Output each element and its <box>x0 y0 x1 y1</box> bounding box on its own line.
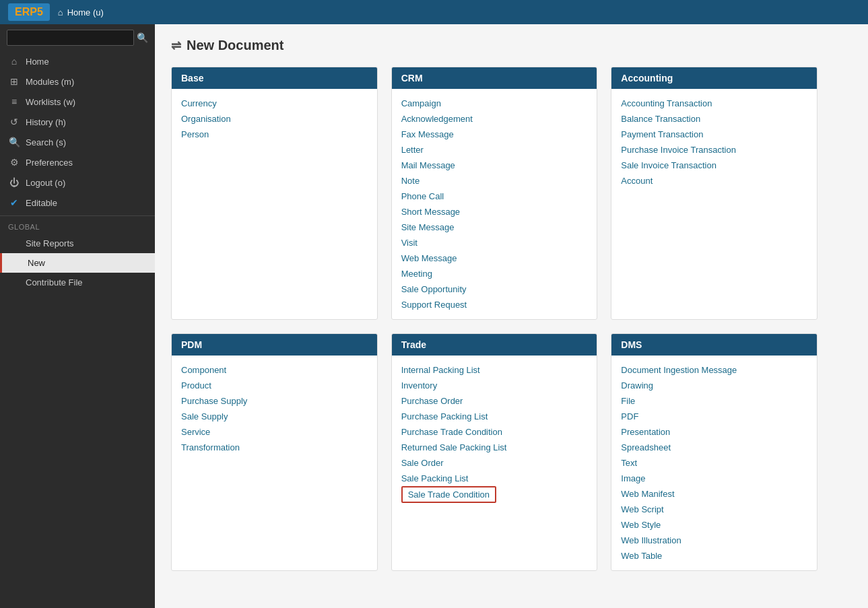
sidebar-item-search[interactable]: 🔍 Search (s) <box>0 132 155 152</box>
link-text[interactable]: Text <box>621 455 807 471</box>
shuffle-icon: ⇌ <box>171 38 181 53</box>
sidebar-search-container: 🔍 <box>0 24 155 51</box>
link-short-message[interactable]: Short Message <box>401 204 588 219</box>
sidebar-item-logout[interactable]: ⏻ Logout (o) <box>0 172 155 193</box>
link-transformation[interactable]: Transformation <box>181 440 368 455</box>
link-account[interactable]: Account <box>621 173 807 189</box>
link-purchase-supply[interactable]: Purchase Supply <box>181 393 368 409</box>
sidebar-item-history[interactable]: ↺ History (h) <box>0 112 155 132</box>
sidebar-item-worklists[interactable]: ≡ Worklists (w) <box>0 92 155 112</box>
sidebar-item-label: Site Reports <box>26 238 74 248</box>
sidebar-item-preferences[interactable]: ⚙ Preferences <box>0 152 155 172</box>
card-dms: DMSDocument Ingestion MessageDrawingFile… <box>611 333 817 571</box>
sidebar-item-editable[interactable]: ✔ Editable <box>0 193 155 213</box>
link-sale-order[interactable]: Sale Order <box>401 455 588 471</box>
main-layout: 🔍 ⌂ Home ⊞ Modules (m) ≡ Worklists (w) ↺… <box>0 24 868 608</box>
sidebar-item-label: Contribute File <box>26 277 83 288</box>
link-sale-opportunity[interactable]: Sale Opportunity <box>401 281 588 297</box>
card-body-trade: Internal Packing ListInventoryPurchase O… <box>392 356 597 510</box>
link-mail-message[interactable]: Mail Message <box>401 158 588 173</box>
card-body-crm: CampaignAcknowledgementFax MessageLetter… <box>392 89 597 319</box>
link-internal-packing-list[interactable]: Internal Packing List <box>401 362 588 378</box>
link-presentation[interactable]: Presentation <box>621 424 807 440</box>
card-header-trade: Trade <box>392 334 597 356</box>
link-meeting[interactable]: Meeting <box>401 266 588 281</box>
link-purchase-invoice-transaction[interactable]: Purchase Invoice Transaction <box>621 142 807 158</box>
sidebar-item-label: History (h) <box>26 117 66 127</box>
sidebar-item-new[interactable]: New <box>0 253 155 273</box>
page-title-text: New Document <box>187 38 283 53</box>
link-currency[interactable]: Currency <box>181 96 368 111</box>
link-payment-transaction[interactable]: Payment Transaction <box>621 127 807 142</box>
sidebar-section-label: GLOBAL <box>0 219 155 234</box>
link-sale-trade-condition[interactable]: Sale Trade Condition <box>401 486 496 503</box>
link-web-style[interactable]: Web Style <box>621 517 807 533</box>
logout-icon: ⏻ <box>8 177 20 188</box>
link-image[interactable]: Image <box>621 471 807 486</box>
card-crm: CRMCampaignAcknowledgementFax MessageLet… <box>391 67 598 320</box>
sidebar-item-label: Search (s) <box>26 137 66 147</box>
link-returned-sale-packing-list[interactable]: Returned Sale Packing List <box>401 440 588 455</box>
link-spreadsheet[interactable]: Spreadsheet <box>621 440 807 455</box>
link-person[interactable]: Person <box>181 127 368 142</box>
link-service[interactable]: Service <box>181 424 368 440</box>
link-sale-supply[interactable]: Sale Supply <box>181 409 368 424</box>
link-purchase-order[interactable]: Purchase Order <box>401 393 588 409</box>
sidebar-item-label: Worklists (w) <box>26 97 75 107</box>
logo-text: ERP <box>15 6 37 18</box>
sidebar-item-site-reports[interactable]: Site Reports <box>0 234 155 253</box>
link-document-ingestion-message[interactable]: Document Ingestion Message <box>621 362 807 378</box>
link-note[interactable]: Note <box>401 173 588 189</box>
content-area: ⇌ New Document BaseCurrencyOrganisationP… <box>155 24 868 608</box>
link-sale-invoice-transaction[interactable]: Sale Invoice Transaction <box>621 158 807 173</box>
link-web-manifest[interactable]: Web Manifest <box>621 486 807 502</box>
card-header-dms: DMS <box>611 334 817 356</box>
sidebar-item-home[interactable]: ⌂ Home <box>0 51 155 71</box>
link-web-message[interactable]: Web Message <box>401 250 588 266</box>
sidebar-item-label: New <box>28 258 45 268</box>
link-inventory[interactable]: Inventory <box>401 378 588 393</box>
sidebar-item-label: Modules (m) <box>26 77 74 87</box>
link-purchase-packing-list[interactable]: Purchase Packing List <box>401 409 588 424</box>
erp5-logo[interactable]: ERP5 <box>8 3 50 21</box>
link-sale-packing-list[interactable]: Sale Packing List <box>401 471 588 486</box>
link-product[interactable]: Product <box>181 378 368 393</box>
link-phone-call[interactable]: Phone Call <box>401 189 588 204</box>
link-balance-transaction[interactable]: Balance Transaction <box>621 111 807 127</box>
link-organisation[interactable]: Organisation <box>181 111 368 127</box>
sidebar: 🔍 ⌂ Home ⊞ Modules (m) ≡ Worklists (w) ↺… <box>0 24 155 608</box>
sidebar-item-contribute-file[interactable]: Contribute File <box>0 273 155 292</box>
search-input[interactable] <box>7 30 134 46</box>
link-letter[interactable]: Letter <box>401 142 588 158</box>
sidebar-item-label: Home <box>26 57 49 67</box>
link-web-illustration[interactable]: Web Illustration <box>621 533 807 548</box>
link-web-table[interactable]: Web Table <box>621 548 807 564</box>
link-web-script[interactable]: Web Script <box>621 502 807 517</box>
link-pdf[interactable]: PDF <box>621 409 807 424</box>
home-icon: ⌂ <box>58 7 63 18</box>
topbar: ERP5 ⌂ Home (u) <box>0 0 868 24</box>
sidebar-item-modules[interactable]: ⊞ Modules (m) <box>0 71 155 92</box>
link-acknowledgement[interactable]: Acknowledgement <box>401 111 588 127</box>
link-accounting-transaction[interactable]: Accounting Transaction <box>621 96 807 111</box>
link-site-message[interactable]: Site Message <box>401 219 588 235</box>
card-body-accounting: Accounting TransactionBalance Transactio… <box>611 89 817 195</box>
editable-icon: ✔ <box>8 197 20 208</box>
link-fax-message[interactable]: Fax Message <box>401 127 588 142</box>
link-visit[interactable]: Visit <box>401 235 588 250</box>
link-purchase-trade-condition[interactable]: Purchase Trade Condition <box>401 424 588 440</box>
link-component[interactable]: Component <box>181 362 368 378</box>
preferences-icon: ⚙ <box>8 157 20 168</box>
link-campaign[interactable]: Campaign <box>401 96 588 111</box>
topbar-home[interactable]: ⌂ Home (u) <box>58 7 104 18</box>
sidebar-separator <box>0 215 155 216</box>
card-header-crm: CRM <box>392 67 597 89</box>
history-icon: ↺ <box>8 116 20 127</box>
link-drawing[interactable]: Drawing <box>621 378 807 393</box>
link-file[interactable]: File <box>621 393 807 409</box>
logo-number: 5 <box>37 6 43 18</box>
card-body-dms: Document Ingestion MessageDrawingFilePDF… <box>611 356 817 570</box>
card-body-pdm: ComponentProductPurchase SupplySale Supp… <box>172 356 377 462</box>
cards-grid: BaseCurrencyOrganisationPersonCRMCampaig… <box>171 67 817 571</box>
link-support-request[interactable]: Support Request <box>401 297 588 312</box>
